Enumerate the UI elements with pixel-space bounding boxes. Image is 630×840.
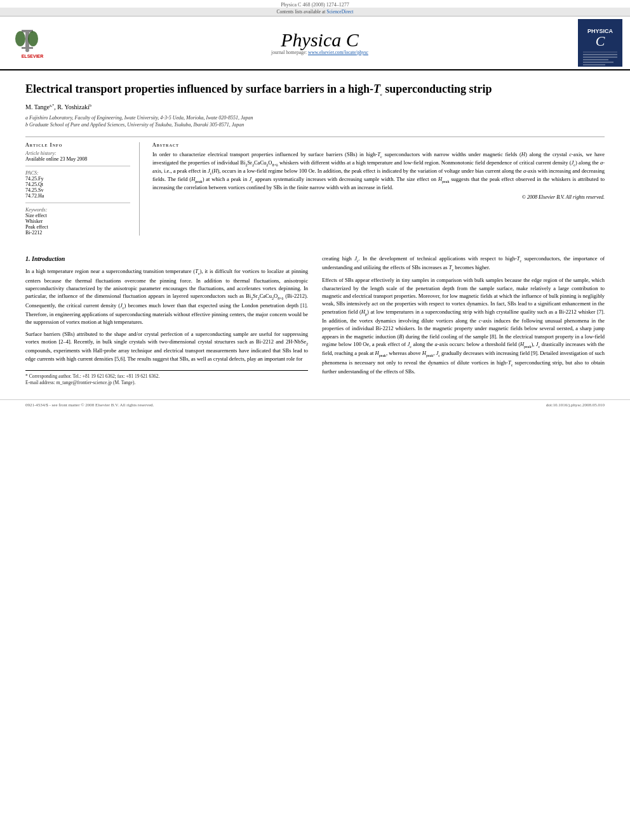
page: Physica C 468 (2008) 1274–1277 Contents … — [0, 0, 630, 840]
physica-c-logo: PHYSICA C — [578, 19, 622, 67]
affiliation-b: b Graduate School of Pure and Applied Sc… — [25, 122, 605, 128]
footnote-email: E-mail address: m_tange@frontier-science… — [25, 380, 308, 387]
col-right: creating high Jc. In the development of … — [322, 255, 605, 387]
header-bar: Contents lists available at ScienceDirec… — [0, 8, 630, 17]
article-footer: 0921-4534/$ - see front matter © 2008 El… — [0, 399, 630, 410]
author1: M. Tange — [25, 104, 50, 111]
abstract-title: Abstract — [152, 142, 605, 148]
para1: In a high temperature region near a supe… — [25, 267, 308, 326]
footer-doi: doi:10.1016/j.physc.2008.05.010 — [546, 403, 605, 408]
contents-label: Contents lists available at — [277, 9, 326, 15]
title-suffix: superconducting strip — [382, 83, 492, 95]
footnote-area: * Corresponding author. Tel.: +81 19 621… — [25, 370, 308, 387]
logo-area: ELSEVIER Physica C journal homepage: www… — [0, 17, 630, 70]
journal-title-area: Physica C journal homepage: www.elsevier… — [68, 30, 572, 55]
history-label: Article history: — [25, 150, 130, 156]
abstract-text: In order to characterize electrical tran… — [152, 151, 605, 192]
pacs-2: 74.25.Qt — [25, 182, 130, 187]
article-content: Electrical transport properties influenc… — [0, 70, 630, 248]
keyword-2: Whisker — [25, 218, 130, 224]
elsevier-emblem-svg: ELSEVIER — [8, 25, 57, 60]
pacs-label: PACS: — [25, 170, 130, 176]
svg-rect-14 — [583, 59, 608, 60]
homepage-label: journal homepage: — [271, 50, 307, 55]
section1-heading: 1. Introduction — [25, 255, 308, 264]
svg-rect-15 — [583, 62, 613, 63]
keyword-3: Peak effect — [25, 224, 130, 230]
col-left: 1. Introduction In a high temperature re… — [25, 255, 308, 387]
para-right-1: creating high Jc. In the development of … — [322, 255, 605, 273]
article-number: Physica C 468 (2008) 1274–1277 — [0, 0, 630, 8]
svg-point-5 — [28, 31, 38, 46]
sciencedirect-link[interactable]: ScienceDirect — [326, 9, 353, 15]
svg-text:ELSEVIER: ELSEVIER — [22, 54, 44, 58]
info-divider-2 — [25, 203, 130, 203]
copyright: © 2008 Elsevier B.V. All rights reserved… — [152, 194, 605, 200]
footnote-corresponding: * Corresponding author. Tel.: +81 19 621… — [25, 373, 308, 380]
available-online: Available online 23 May 2008 — [25, 156, 130, 162]
journal-url: journal homepage: www.elsevier.com/locat… — [68, 50, 572, 55]
pacs-1: 74.25.Fy — [25, 176, 130, 182]
authors-line: M. Tangea,*, R. Yoshizakib — [25, 103, 605, 110]
keyword-4: Bi-2212 — [25, 230, 130, 236]
volume-info: Physica C 468 (2008) 1274–1277 — [281, 2, 349, 8]
svg-rect-12 — [583, 54, 617, 55]
pacs-4: 74.72.Ha — [25, 193, 130, 199]
keyword-1: Size effect — [25, 213, 130, 218]
svg-text:C: C — [596, 33, 605, 49]
svg-point-4 — [15, 31, 25, 46]
footer-issn: 0921-4534/$ - see front matter © 2008 El… — [25, 403, 154, 408]
sciencedirect-text: ScienceDirect — [326, 9, 353, 15]
article-info-title: Article Info — [25, 142, 130, 148]
author2: , R. Yoshizaki — [54, 104, 90, 111]
title-tc: T — [373, 83, 380, 95]
svg-point-6 — [25, 48, 29, 52]
article-info-panel: Article Info Article history: Available … — [25, 142, 140, 236]
info-divider-1 — [25, 166, 130, 166]
info-abstract-area: Article Info Article history: Available … — [25, 137, 605, 236]
homepage-link[interactable]: www.elsevier.com/locate/physc — [308, 50, 368, 55]
homepage-url-text: www.elsevier.com/locate/physc — [308, 50, 368, 55]
svg-rect-13 — [583, 57, 617, 58]
elsevier-logo: ELSEVIER — [8, 25, 62, 61]
article-title: Electrical transport properties influenc… — [25, 82, 605, 97]
author2-super: b — [90, 103, 91, 107]
affiliation-a: a Fujishiro Laboratory, Faculty of Engin… — [25, 115, 605, 121]
para-right-2: Effects of SBs appear effectively in tin… — [322, 276, 605, 375]
para2: Surface barriers (SBs) attributed to the… — [25, 330, 308, 363]
abstract-panel: Abstract In order to characterize electr… — [152, 142, 605, 236]
physica-logo-svg: PHYSICA C — [578, 19, 622, 67]
journal-title: Physica C — [68, 30, 572, 50]
keywords-label: Keywords: — [25, 207, 130, 213]
title-text: Electrical transport properties influenc… — [25, 83, 373, 95]
pacs-3: 74.25.Sv — [25, 187, 130, 193]
body-content: 1. Introduction In a high temperature re… — [0, 248, 630, 399]
svg-rect-16 — [583, 64, 605, 65]
